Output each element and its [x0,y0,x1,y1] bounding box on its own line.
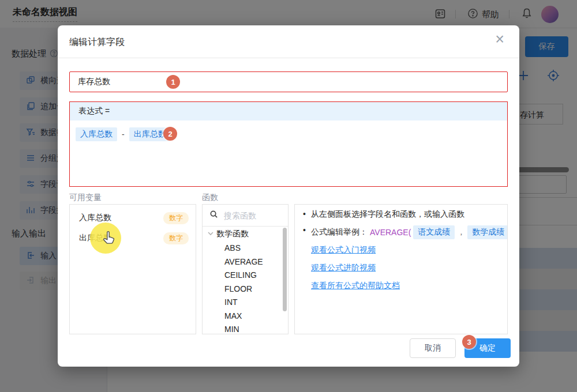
variables-panel-label: 可用变量 [69,193,102,203]
tip-text: 公式编辑举例： [311,227,368,238]
chevron-down-icon [207,229,214,239]
dialog-header-divider [58,58,519,58]
type-badge: 数字 [163,212,189,224]
function-search-input[interactable] [223,210,280,221]
function-list: ABS AVERAGE CEILING FLOOR INT MAX MIN [224,242,263,334]
cancel-button[interactable]: 取消 [410,338,456,358]
example-token: 数学成绩 [467,225,508,239]
expression-editor[interactable]: 表达式 = 入库总数 - 出库总数 [69,101,508,187]
variables-panel: 入库总数 数字 出库总数 数字 [69,204,196,334]
function-search[interactable] [203,205,288,227]
example-function-name: AVERAGE( [370,228,411,237]
bullet-dot: • [303,209,306,218]
link-help-docs[interactable]: 查看所有公式的帮助文档 [311,281,400,291]
variable-row[interactable]: 出库总数 数字 [70,232,196,244]
type-badge: 数字 [163,232,189,244]
link-advanced-video[interactable]: 观看公式进阶视频 [311,263,376,273]
variable-row[interactable]: 入库总数 数字 [70,212,196,224]
step-badge-2: 2 [163,127,177,141]
bullet-dot: • [303,225,306,235]
expression-token[interactable]: 入库总数 [76,127,117,141]
edit-calc-field-dialog: 编辑计算字段 × 1 表达式 = 入库总数 - 出库总数 2 可用变量 函数 入… [58,25,519,367]
app-root: 未命名数据视图 帮助 [0,0,577,392]
function-item[interactable]: INT [224,296,263,310]
example-token: 语文成绩 [413,225,455,239]
close-icon[interactable]: × [492,31,508,48]
tip-line-2: 公式编辑举例： AVERAGE( 语文成绩 ， 数学成绩 ) [311,225,508,239]
example-separator: ， [457,227,465,238]
expression-body[interactable]: 入库总数 - 出库总数 [70,120,507,148]
functions-panel-label: 函数 [202,193,218,203]
vertical-scrollbar[interactable] [283,228,287,311]
dialog-title: 编辑计算字段 [69,36,125,48]
tip-line-1: 从左侧面板选择字段名和函数，或输入函数 [311,209,464,220]
tips-panel: • 从左侧面板选择字段名和函数，或输入函数 • 公式编辑举例： AVERAGE(… [294,204,508,334]
expression-label: 表达式 = [70,102,507,120]
function-group-label: 数学函数 [216,229,249,239]
function-item[interactable]: AVERAGE [224,255,263,269]
step-badge-1: 1 [166,75,180,89]
step-badge-3: 3 [462,335,476,349]
tip-text: 从左侧面板选择字段名和函数，或输入函数 [311,209,464,220]
link-intro-video[interactable]: 观看公式入门视频 [311,245,376,255]
search-icon [209,210,218,221]
field-name-input[interactable] [69,71,508,92]
function-item[interactable]: FLOOR [224,282,263,296]
function-item[interactable]: ABS [224,242,263,255]
function-item[interactable]: CEILING [224,269,263,282]
function-item[interactable]: MAX [224,310,263,323]
functions-panel: 数学函数 ABS AVERAGE CEILING FLOOR INT MAX M… [202,204,288,334]
function-group-math[interactable]: 数学函数 [207,229,249,239]
hand-cursor-icon [102,230,117,250]
variable-name: 入库总数 [79,213,111,223]
expression-operator: - [122,130,125,139]
function-item[interactable]: MIN [224,323,263,334]
